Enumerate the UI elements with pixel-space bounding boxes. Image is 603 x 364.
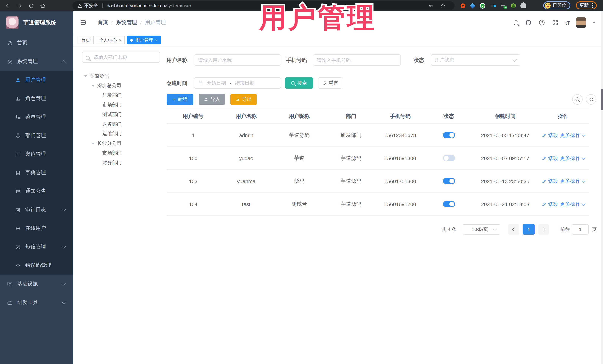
green-circle-extension-icon[interactable]: y [480, 3, 485, 9]
edit-link[interactable]: 修改 [542, 132, 558, 138]
bookmark-star-icon[interactable] [440, 3, 446, 9]
tree-node-财务部门[interactable]: 财务部门 [73, 158, 162, 167]
gem-extension-icon[interactable] [470, 3, 475, 9]
more-actions-link[interactable]: 更多操作 [560, 155, 585, 161]
prev-page-button[interactable] [508, 224, 519, 235]
header-search-icon[interactable] [514, 20, 518, 25]
import-button[interactable]: 导入 [199, 94, 225, 105]
tree-node-深圳总公司[interactable]: 深圳总公司 [73, 81, 162, 90]
tab-用户管理[interactable]: 用户管理× [127, 36, 161, 44]
ubuntu-extension-icon[interactable] [461, 3, 465, 8]
sidebar-item-研发工具[interactable]: 研发工具 [0, 293, 73, 312]
sidebar-item-系统管理[interactable]: 系统管理 [0, 52, 73, 71]
refresh-table-button[interactable] [586, 94, 596, 105]
tab-个人中心[interactable]: 个人中心× [96, 36, 125, 44]
date-range-picker[interactable]: 开始日期 - 结束日期 [194, 77, 281, 88]
security-label: 不安全 [84, 3, 98, 9]
sidebar-item-岗位管理[interactable]: 岗位管理 [0, 145, 73, 164]
chevron-down-icon [581, 156, 585, 159]
edit-link[interactable]: 修改 [542, 155, 558, 161]
caret-down-icon[interactable] [92, 143, 95, 144]
breadcrumb-item[interactable]: 首页 [98, 19, 108, 26]
password-key-icon[interactable] [428, 3, 434, 9]
address-bar[interactable]: 不安全 dashboard.yudao.iocoder.cn /system/u… [72, 1, 454, 10]
sidebar-item-错误码管理[interactable]: 错误码管理 [0, 256, 73, 275]
caret-down-icon[interactable] [92, 85, 95, 87]
on-badge-extension-icon[interactable]: on [501, 3, 506, 8]
close-icon[interactable]: × [155, 38, 158, 42]
reset-button[interactable]: 重置 [318, 77, 342, 88]
help-icon[interactable] [538, 19, 545, 26]
username-input[interactable] [194, 55, 281, 66]
more-actions-link[interactable]: 更多操作 [560, 132, 585, 138]
sidebar-item-部门管理[interactable]: 部门管理 [0, 126, 73, 145]
current-page-button[interactable]: 1 [523, 224, 535, 235]
dept-search-input[interactable] [82, 52, 160, 63]
sidebar-item-首页[interactable]: 首页 [0, 34, 73, 52]
person-extension-icon[interactable] [511, 3, 516, 8]
home-icon[interactable] [40, 3, 46, 9]
caret-down-icon[interactable] [84, 75, 87, 77]
sidebar-item-审计日志[interactable]: 审计日志 [0, 200, 73, 219]
add-button[interactable]: + 新增 [167, 94, 193, 105]
status-select[interactable]: 用户状态 [431, 55, 520, 66]
mobile-input[interactable] [313, 55, 401, 66]
search-icon [291, 81, 295, 85]
tree-node-研发部门[interactable]: 研发部门 [73, 90, 162, 100]
next-page-button[interactable] [538, 224, 549, 235]
menu-list-icon [15, 114, 21, 120]
sidebar-item-短信管理[interactable]: 短信管理 [0, 238, 73, 256]
sidebar-toggle-icon[interactable] [80, 19, 86, 26]
goto-page-input[interactable] [572, 224, 589, 235]
sidebar-item-用户管理[interactable]: 用户管理 [0, 71, 73, 89]
browser-menu-icon[interactable] [592, 5, 593, 6]
github-icon[interactable] [525, 19, 532, 26]
browser-profile-chip[interactable]: 已暂停 [543, 1, 570, 9]
browser-update-button[interactable]: 更新 [576, 1, 597, 9]
sidebar-item-基础设施[interactable]: 基础设施 [0, 275, 73, 293]
sidebar-item-角色管理[interactable]: 角色管理 [0, 89, 73, 108]
sidebar-item-在线用户[interactable]: 在线用户 [0, 219, 73, 238]
page-size-select[interactable]: 10条/页 [463, 224, 500, 235]
avatar-dropdown-caret-icon[interactable] [593, 22, 596, 23]
status-toggle[interactable] [443, 201, 455, 207]
sidebar-item-label: 角色管理 [25, 95, 46, 102]
more-actions-link[interactable]: 更多操作 [560, 201, 585, 207]
close-icon[interactable]: × [119, 38, 122, 42]
app-logo[interactable]: 芋道管理系统 [0, 11, 73, 34]
tree-node-运维部门[interactable]: 运维部门 [73, 129, 162, 139]
page-scrollbar[interactable] [601, 11, 603, 364]
more-actions-link[interactable]: 更多操作 [560, 178, 585, 184]
back-icon[interactable] [5, 3, 11, 9]
scrollbar-thumb[interactable] [601, 89, 603, 110]
font-size-icon[interactable]: tT [565, 20, 570, 26]
squares-extension-icon[interactable] [491, 5, 496, 7]
export-button[interactable]: 导出 [231, 94, 257, 105]
url-path: /system/user [165, 3, 191, 8]
user-avatar[interactable] [576, 17, 586, 28]
forward-icon[interactable] [17, 3, 23, 9]
tree-node-市场部门[interactable]: 市场部门 [73, 148, 162, 158]
tree-node-测试部门[interactable]: 测试部门 [73, 110, 162, 119]
fullscreen-icon[interactable] [552, 19, 558, 26]
sidebar-item-通知公告[interactable]: 通知公告 [0, 182, 73, 200]
breadcrumb-item[interactable]: 系统管理 [116, 19, 137, 26]
toggle-search-button[interactable] [572, 94, 583, 105]
tree-node-财务部门[interactable]: 财务部门 [73, 119, 162, 129]
edit-link[interactable]: 修改 [542, 178, 558, 184]
tab-首页[interactable]: 首页 [78, 36, 93, 44]
status-toggle[interactable] [443, 178, 455, 184]
status-toggle[interactable] [443, 132, 455, 138]
tree-node-市场部门[interactable]: 市场部门 [73, 100, 162, 110]
tree-node-芋道源码[interactable]: 芋道源码 [73, 71, 162, 81]
sidebar-item-字典管理[interactable]: 字典管理 [0, 164, 73, 182]
reload-icon[interactable] [28, 3, 34, 9]
infrastructure-icon [7, 281, 13, 287]
extensions-puzzle-icon[interactable] [521, 3, 526, 8]
status-toggle[interactable] [443, 155, 455, 161]
sidebar-item-菜单管理[interactable]: 菜单管理 [0, 108, 73, 126]
tree-node-长沙分公司[interactable]: 长沙分公司 [73, 139, 162, 148]
dept-tree: 芋道源码深圳总公司研发部门市场部门测试部门财务部门运维部门长沙分公司市场部门财务… [73, 71, 162, 167]
search-button[interactable]: 搜索 [285, 77, 313, 88]
edit-link[interactable]: 修改 [542, 201, 558, 207]
